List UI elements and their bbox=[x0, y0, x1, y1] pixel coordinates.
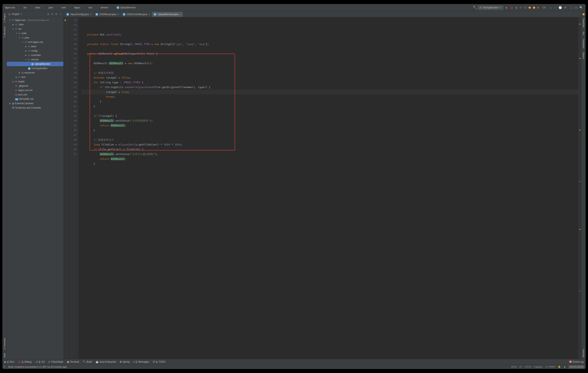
code-line[interactable]: if (!isLegal) { bbox=[81, 114, 294, 118]
code-line[interactable]: // 检查文件类型 bbox=[81, 71, 294, 75]
file-icon: 🗀 bbox=[15, 89, 18, 92]
tree-twistie[interactable]: ▶ bbox=[25, 50, 27, 52]
breadcrumb-lagou[interactable]: lagou bbox=[73, 5, 81, 10]
line-number: 34 bbox=[67, 71, 77, 75]
tree-twistie[interactable]: ▶ bbox=[25, 46, 27, 47]
tree-twistie[interactable]: ▼ bbox=[12, 28, 14, 30]
expand-icon[interactable]: ⇵ bbox=[51, 13, 53, 16]
tree-OssApplication[interactable]: COssApplication bbox=[7, 66, 63, 71]
breadcrumb[interactable]: lagou-oss〉src〉main〉java〉com〉lagou〉oss〉se… bbox=[4, 5, 137, 10]
locate-icon[interactable]: ⊕ bbox=[47, 13, 49, 16]
code-line[interactable]: OSSResult.setStatus("文件大小超过限制"); bbox=[81, 152, 294, 157]
tree-pom.xml[interactable]: mpom.xml bbox=[7, 92, 63, 97]
tree-config[interactable]: ▶🗀config bbox=[7, 49, 63, 53]
close-icon[interactable]: ✕ bbox=[148, 13, 150, 16]
code-line[interactable]: OSSResult OSSResult = new OSSResult(); bbox=[81, 61, 294, 66]
tree-twistie[interactable]: ▼ bbox=[18, 37, 21, 39]
tab-AliyunConfig.java[interactable]: CAliyunConfig.java✕ bbox=[65, 12, 94, 17]
code-line[interactable] bbox=[81, 56, 294, 61]
tree-.idea[interactable]: ▶🗀.idea bbox=[7, 22, 63, 27]
tree-lagou-oss.iml[interactable]: 🗀lagou-oss.iml bbox=[7, 88, 63, 92]
tree-twistie[interactable]: ▶ bbox=[18, 72, 21, 74]
tool-structure[interactable]: 7: Structure bbox=[2, 25, 7, 39]
breadcrumb-oss[interactable]: oss bbox=[87, 5, 94, 10]
code-line[interactable]: long fileSize = aliyunConfig.getFileSize… bbox=[81, 142, 294, 147]
code-line[interactable]: public OSSResult upload(MultipartFile fi… bbox=[81, 51, 294, 56]
tree-.gitignore[interactable]: 🗀.gitignore bbox=[7, 84, 63, 88]
tree-twistie[interactable]: ▼ bbox=[9, 19, 11, 21]
tree-label: External Libraries bbox=[15, 102, 33, 105]
tree-test[interactable]: ▶🗀test bbox=[7, 75, 63, 79]
code-line[interactable]: isLegal = true; bbox=[81, 90, 294, 95]
line-number: 41 bbox=[67, 104, 77, 109]
code-line[interactable] bbox=[81, 37, 294, 42]
breadcrumb-src[interactable]: src bbox=[22, 5, 28, 10]
code-line[interactable] bbox=[81, 133, 294, 138]
tree-Scratches and Consoles[interactable]: 🗐Scratches and Consoles bbox=[7, 106, 63, 110]
tree-src[interactable]: ▼🗀src bbox=[7, 27, 63, 31]
breadcrumb-main[interactable]: main bbox=[34, 5, 42, 10]
tab-OSSController.java[interactable]: COSSController.java✕ bbox=[121, 12, 152, 17]
gutter-marks: ⚡ bbox=[63, 17, 67, 187]
tool-project[interactable]: 1: Project bbox=[2, 12, 7, 24]
editor-area: CAliyunConfig.java✕COSSResult.java✕COSSC… bbox=[63, 11, 294, 187]
code-line[interactable] bbox=[81, 166, 294, 171]
tree-UploadService[interactable]: CUploadService bbox=[7, 62, 63, 66]
breadcrumb-java[interactable]: java bbox=[47, 5, 54, 10]
line-number: 47 bbox=[67, 133, 77, 138]
tree-bean[interactable]: ▶🗀bean bbox=[7, 44, 63, 49]
breadcrumb-UploadService[interactable]: C UploadService bbox=[115, 5, 137, 10]
code-line[interactable]: if (StringUtils.endsWithIgnoreCase(file.… bbox=[81, 85, 294, 90]
code-line[interactable]: for (String type : IMAGE_TYPE) { bbox=[81, 80, 294, 85]
breadcrumb-lagou-oss[interactable]: lagou-oss bbox=[4, 5, 16, 10]
tree-README.md[interactable]: MDREADME.md bbox=[7, 97, 63, 101]
tree-twistie[interactable]: ▶ bbox=[9, 103, 11, 104]
code-line[interactable]: } bbox=[81, 104, 294, 109]
code-line[interactable]: return OSSResult; bbox=[81, 157, 294, 161]
close-icon[interactable]: ✕ bbox=[179, 13, 181, 16]
nav-bar: lagou-oss〉src〉main〉java〉com〉lagou〉oss〉se… bbox=[2, 4, 294, 11]
code-editor[interactable]: private OSS ossClient; private static fi… bbox=[79, 17, 294, 187]
breadcrumb-com[interactable]: com bbox=[60, 5, 67, 10]
tree-twistie[interactable]: ▶ bbox=[12, 24, 14, 25]
project-tree[interactable]: ▼🗀lagou-oss ~/IdeaProjects/lagou-fa▶🗀.id… bbox=[7, 17, 63, 187]
close-icon[interactable]: ✕ bbox=[90, 13, 92, 16]
tree-com.lagou.oss[interactable]: ▼🗀com.lagou.oss bbox=[7, 40, 63, 44]
code-line[interactable] bbox=[81, 66, 294, 71]
tab-label: AliyunConfig.java bbox=[70, 13, 89, 16]
tree-twistie[interactable]: ▶ bbox=[12, 81, 14, 83]
tree-twistie[interactable]: ▼ bbox=[21, 41, 24, 43]
gear-icon[interactable]: ⚙ bbox=[55, 13, 57, 16]
code-line[interactable] bbox=[81, 47, 294, 51]
code-line[interactable]: } bbox=[81, 99, 294, 104]
breadcrumb-service[interactable]: service bbox=[99, 5, 109, 10]
tree-lagou-oss[interactable]: ▼🗀lagou-oss ~/IdeaProjects/lagou-fa bbox=[7, 18, 63, 22]
code-line[interactable]: OSSResult.setStatus("文件类型错误"); bbox=[81, 118, 294, 123]
tree-resources[interactable]: ▶⊞resources bbox=[7, 71, 63, 75]
tree-External Libraries[interactable]: ▶▦External Libraries bbox=[7, 101, 63, 106]
code-line[interactable]: } bbox=[81, 161, 294, 166]
tab-UploadService.java[interactable]: CUploadService.java✕ bbox=[152, 12, 183, 17]
tree-twistie[interactable]: ▶ bbox=[15, 76, 18, 78]
code-line[interactable]: // 检查文件大小 bbox=[81, 138, 294, 142]
tree-main[interactable]: ▼🗀main bbox=[7, 31, 63, 35]
chevron-down-icon[interactable]: ▼ bbox=[21, 13, 22, 15]
code-line[interactable] bbox=[81, 109, 294, 114]
tree-java[interactable]: ▼🗀java bbox=[7, 35, 63, 40]
close-icon[interactable]: ✕ bbox=[117, 13, 119, 16]
hide-icon[interactable]: — bbox=[59, 13, 62, 16]
code-line[interactable]: private static final String[] IMAGE_TYPE… bbox=[81, 42, 294, 47]
tree-service[interactable]: ▼🗀service bbox=[7, 57, 63, 62]
tree-target[interactable]: ▶🗀target bbox=[7, 79, 63, 84]
code-line[interactable]: if (file.getSize() > fileSize) { bbox=[81, 147, 294, 152]
code-line[interactable]: boolean isLegal = false; bbox=[81, 75, 294, 80]
code-line[interactable]: } bbox=[81, 128, 294, 133]
code-line[interactable]: private OSS ossClient; bbox=[81, 32, 294, 37]
code-line[interactable]: return OSSResult; bbox=[81, 123, 294, 128]
tree-twistie[interactable]: ▶ bbox=[25, 54, 27, 56]
tree-twistie[interactable]: ▼ bbox=[15, 32, 18, 34]
tree-controller[interactable]: ▶🗀controller bbox=[7, 53, 63, 57]
tree-twistie[interactable]: ▼ bbox=[25, 59, 27, 61]
code-line[interactable]: break; bbox=[81, 95, 294, 99]
tab-OSSResult.java[interactable]: COSSResult.java✕ bbox=[94, 12, 121, 17]
